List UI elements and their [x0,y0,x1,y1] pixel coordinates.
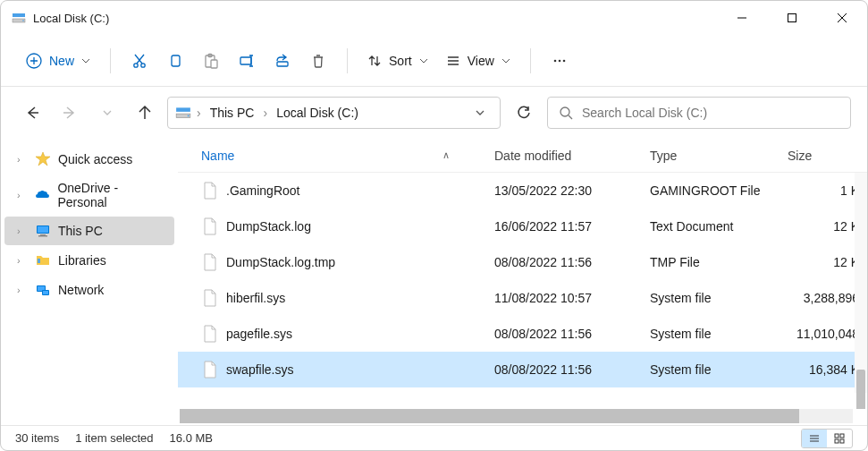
rename-button[interactable] [229,45,265,77]
chevron-down-icon [81,56,90,65]
column-headers: Name∧ Date modified Type Size [178,139,867,173]
file-type: GAMINGROOT File [650,183,788,198]
svg-point-10 [134,63,138,66]
scrollbar-thumb[interactable] [856,370,865,409]
paste-button[interactable] [193,45,229,77]
nav-item-quick-access[interactable]: ›Quick access [4,145,174,174]
svg-point-11 [141,63,145,66]
nav-item-libraries[interactable]: ›Libraries [4,246,174,275]
back-button[interactable] [17,98,47,128]
svg-rect-22 [277,62,288,66]
nav-item-onedrive-personal[interactable]: ›OneDrive - Personal [4,174,174,216]
file-icon [201,217,219,235]
titlebar: Local Disk (C:) [1,1,867,35]
column-date[interactable]: Date modified [494,149,650,163]
nav-item-this-pc[interactable]: ›This PC [4,217,174,245]
horizontal-scrollbar[interactable] [180,409,853,423]
nav-icon [34,187,50,203]
column-type[interactable]: Type [650,149,788,163]
breadcrumb-item[interactable]: Local Disk (C:) [273,104,362,122]
vertical-scrollbar[interactable] [855,173,867,393]
delete-button[interactable] [300,45,336,77]
sort-asc-icon: ∧ [442,149,450,161]
nav-icon [35,151,51,167]
chevron-right-icon: › [197,106,201,120]
up-button[interactable] [130,98,160,128]
recent-button[interactable] [92,98,122,128]
file-row[interactable]: pagefile.sys08/08/2022 11:56System file1… [178,316,867,352]
maximize-button[interactable] [767,1,817,35]
svg-line-33 [569,115,572,119]
more-button[interactable] [542,45,577,77]
file-name: .GamingRoot [226,183,494,198]
nav-label: This PC [58,224,103,238]
file-type: System file [650,291,788,305]
item-count: 30 items [15,431,59,445]
file-size: 16,384 K [788,362,864,377]
file-row[interactable]: hiberfil.sys11/08/2022 10:57System file3… [178,280,867,316]
file-row[interactable]: DumpStack.log16/06/2022 11:57Text Docume… [178,208,867,244]
nav-icon [35,282,51,298]
refresh-button[interactable] [508,97,540,129]
svg-rect-4 [788,14,796,22]
svg-point-2 [22,20,24,21]
svg-point-32 [560,107,569,116]
search-icon [559,106,573,120]
forward-button[interactable] [55,98,85,128]
column-name[interactable]: Name∧ [201,149,494,163]
svg-point-26 [553,59,556,62]
search-box[interactable] [547,97,851,129]
address-row: › This PC › Local Disk (C:) [1,87,867,139]
file-row[interactable]: swapfile.sys08/08/2022 11:56System file1… [178,352,867,387]
file-row[interactable]: .GamingRoot13/05/2022 22:30GAMINGROOT Fi… [178,173,867,208]
svg-rect-18 [240,57,251,64]
chevron-right-icon: › [17,255,28,266]
new-button[interactable]: New [17,47,99,74]
breadcrumb-item[interactable]: This PC [206,104,258,122]
close-button[interactable] [817,1,867,35]
thumbnails-view-button[interactable] [827,430,852,447]
view-button[interactable]: View [437,48,519,73]
separator [530,48,531,73]
nav-label: Network [58,283,104,297]
svg-rect-48 [835,439,839,443]
minimize-button[interactable] [717,1,767,35]
nav-item-network[interactable]: ›Network [4,276,174,304]
file-size: 12 K [788,255,864,269]
copy-button[interactable] [157,45,193,77]
column-size[interactable]: Size [788,149,847,163]
file-type: TMP File [650,255,788,269]
svg-rect-37 [38,235,47,237]
chevron-right-icon: › [17,226,28,236]
file-icon [201,182,219,200]
file-icon [201,325,219,343]
file-type: System file [650,327,788,341]
sort-button[interactable]: Sort [358,48,437,73]
svg-rect-14 [172,55,180,66]
view-toggle [801,429,853,448]
svg-point-27 [558,59,560,62]
details-view-button[interactable] [802,430,827,447]
file-date: 08/08/2022 11:56 [494,255,650,269]
file-date: 13/05/2022 22:30 [494,183,650,198]
file-row[interactable]: DumpStack.log.tmp08/08/2022 11:56TMP Fil… [178,244,867,280]
chevron-down-icon [501,56,510,65]
search-input[interactable] [582,106,839,120]
file-icon [201,253,219,271]
file-name: DumpStack.log [226,219,494,234]
nav-icon [35,252,51,268]
cut-button[interactable] [122,45,157,77]
separator [110,48,111,73]
nav-label: Libraries [58,253,106,268]
address-dropdown[interactable] [468,107,493,118]
drive-icon [175,105,191,121]
separator [347,48,348,73]
file-name: DumpStack.log.tmp [226,255,494,269]
file-list: Name∧ Date modified Type Size .GamingRoo… [178,139,867,425]
share-button[interactable] [265,45,300,77]
chevron-right-icon: › [17,154,28,165]
address-bar[interactable]: › This PC › Local Disk (C:) [167,97,501,129]
status-bar: 30 items 1 item selected 16.0 MB [1,425,867,450]
scrollbar-thumb[interactable] [180,409,799,423]
new-label: New [49,54,74,68]
